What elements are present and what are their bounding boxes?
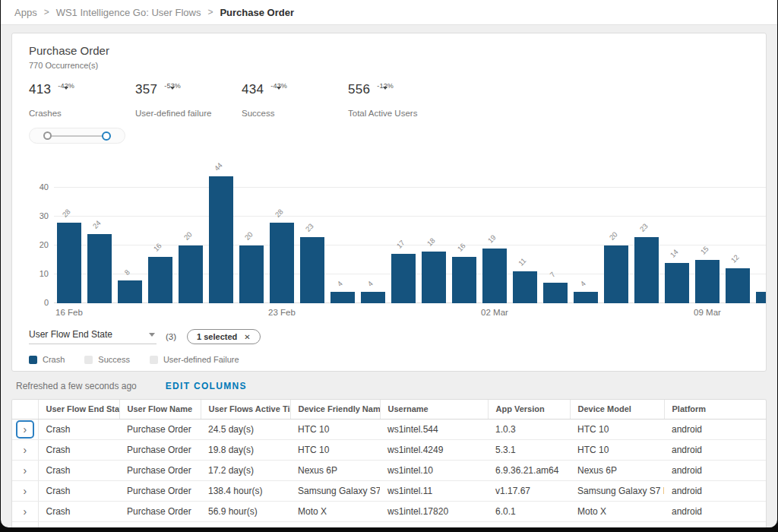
kpi-label: Crashes (29, 109, 135, 118)
bar-cell: 17 (388, 159, 419, 303)
bar[interactable] (513, 271, 537, 303)
table-cell: android (664, 521, 766, 527)
bar[interactable] (604, 245, 628, 303)
bar-cell: 28 (54, 159, 84, 303)
table-cell: 6.0.1 (488, 501, 570, 521)
table-row[interactable]: ›CrashPurchase Order138.4 hour(s)Samsung… (12, 480, 766, 501)
column-header[interactable]: User Flow End State (38, 400, 119, 419)
bar[interactable] (543, 283, 568, 303)
table-cell: HTC 10 (570, 439, 664, 460)
date-range-slider[interactable] (29, 128, 125, 144)
expand-row-button[interactable]: › (17, 463, 33, 478)
table-cell: Moto X (290, 501, 380, 521)
bar-value-label: 20 (608, 230, 619, 242)
bar-value-label: 19 (486, 233, 498, 245)
column-header[interactable]: User Flows Active Time (201, 400, 290, 419)
bar[interactable] (179, 245, 203, 303)
kpi-value: 434 (242, 82, 264, 97)
bar-value-label: 16 (456, 242, 467, 253)
legend-label: User-defined Failure (163, 355, 239, 364)
bar[interactable] (482, 249, 507, 303)
breadcrumb-user-flows[interactable]: WS1 Intelligence Go: User Flows (56, 7, 201, 18)
kpi-crashes: 413 -42% Crashes (29, 82, 135, 118)
table-cell: android (664, 501, 766, 521)
table-header-row: User Flow End StateUser Flow NameUser Fl… (12, 400, 766, 419)
bar[interactable] (57, 223, 81, 303)
expand-row-button[interactable]: › (17, 483, 33, 499)
table-row[interactable]: ›CrashPurchase Order17.2 day(s)Nexus 6Pw… (12, 460, 766, 480)
slider-min-handle[interactable] (43, 131, 52, 140)
expand-column-header (12, 400, 38, 419)
bar[interactable] (634, 237, 659, 303)
bar[interactable] (361, 292, 385, 303)
bar-value-label: 12 (729, 253, 741, 264)
table-cell: Crash (38, 419, 119, 439)
breadcrumb-apps[interactable]: Apps (14, 7, 37, 18)
bar[interactable] (756, 292, 766, 303)
bar-cell: 4 (571, 159, 601, 303)
table-row[interactable]: ›CrashPurchase Order15.6 day(s)Samsung G… (12, 521, 766, 527)
bar[interactable] (422, 252, 446, 303)
legend-swatch (150, 356, 158, 364)
table-cell: HTC 10 (570, 419, 664, 439)
x-axis-tick: 23 Feb (268, 308, 296, 317)
bar[interactable] (87, 234, 112, 303)
bar-cell: 20 (601, 159, 631, 303)
bar[interactable] (270, 223, 294, 303)
chevron-down-icon (149, 333, 155, 337)
bar-cell: 4 (358, 159, 388, 303)
table-cell: ws1intel.4249 (380, 439, 488, 460)
expand-row-button[interactable]: › (17, 524, 33, 528)
legend-item-crash[interactable]: Crash (29, 355, 65, 364)
expand-row-button[interactable]: › (17, 504, 33, 519)
expand-cell: › (12, 480, 38, 501)
table-row[interactable]: ›CrashPurchase Order56.9 hour(s)Moto Xws… (12, 501, 766, 521)
kpi-value: 357 (135, 82, 157, 97)
bar[interactable] (330, 292, 355, 303)
edit-columns-button[interactable]: EDIT COLUMNS (166, 381, 247, 391)
filter-option-count: (3) (166, 332, 176, 341)
legend-swatch (84, 356, 93, 364)
bar-value-label: 15 (699, 245, 710, 256)
bar[interactable] (209, 176, 233, 303)
bar[interactable] (452, 257, 476, 303)
legend-item-success[interactable]: Success (84, 355, 130, 364)
slider-max-handle[interactable] (102, 131, 111, 141)
column-header[interactable]: Device Friendly Name (290, 400, 380, 419)
legend-item-user-defined-failure[interactable]: User-defined Failure (150, 355, 239, 364)
bar[interactable] (239, 245, 264, 303)
close-icon[interactable]: ✕ (244, 333, 250, 341)
bar[interactable] (574, 292, 598, 303)
column-header[interactable]: Device Model (570, 400, 664, 419)
table-cell: Crash (38, 439, 119, 460)
table-row[interactable]: ›CrashPurchase Order19.8 day(s)HTC 10ws1… (12, 439, 766, 460)
selected-filter-chip[interactable]: 1 selected ✕ (187, 329, 261, 344)
bar-value-label: 4 (365, 279, 375, 288)
app-window: Apps > WS1 Intelligence Go: User Flows >… (1, 0, 777, 527)
bar-value-label: 11 (517, 256, 528, 268)
slider-track (48, 135, 107, 137)
bar[interactable] (118, 280, 142, 303)
bar-value-label: 20 (243, 230, 255, 242)
column-header[interactable]: User Flow Name (119, 400, 201, 419)
bar[interactable] (695, 260, 719, 303)
bar[interactable] (148, 257, 172, 303)
y-axis-tick: 30 (40, 211, 49, 221)
kpi-row: 413 -42% Crashes 357 -53% User-defined f… (29, 82, 749, 118)
bar[interactable] (300, 237, 324, 303)
bar[interactable] (391, 254, 416, 303)
bar[interactable] (665, 263, 689, 303)
bar-cell: 4 (327, 159, 358, 303)
bar-chart-y-axis: 010203040 (29, 159, 49, 303)
column-header[interactable]: Username (380, 400, 488, 419)
table-cell: ws1intel.17820 (380, 501, 488, 521)
bar[interactable] (726, 268, 750, 303)
column-header[interactable]: App Version (488, 400, 570, 419)
expand-row-button[interactable]: › (16, 420, 34, 439)
column-header[interactable]: Platform (664, 400, 766, 419)
bar-value-label: 28 (61, 207, 72, 218)
bar-cell: 11 (510, 159, 540, 303)
expand-row-button[interactable]: › (17, 442, 33, 458)
table-row[interactable]: ›CrashPurchase Order24.5 day(s)HTC 10ws1… (12, 419, 766, 439)
user-flow-end-state-dropdown[interactable]: User Flow End State (29, 329, 157, 344)
